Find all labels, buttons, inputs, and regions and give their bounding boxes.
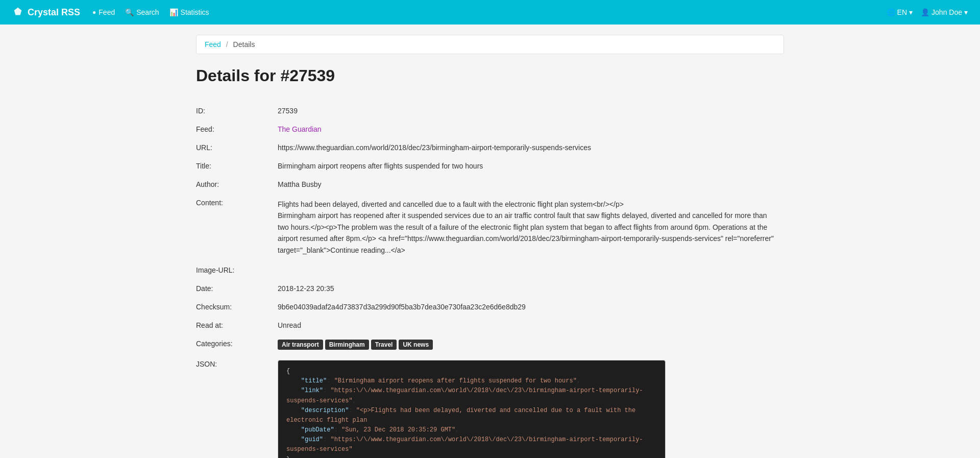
categories-label: Categories: <box>196 334 278 355</box>
checksum-value: 9b6e04039adaf2a4d73837d3a299d90f5ba3b7de… <box>278 298 784 316</box>
user-icon: 👤 <box>921 8 929 16</box>
date-value: 2018-12-23 20:35 <box>278 279 784 298</box>
language-selector[interactable]: 🌐 EN ▾ <box>887 8 913 16</box>
language-label: EN <box>897 8 907 16</box>
details-table: ID: 27539 Feed: The Guardian URL: https:… <box>196 102 784 458</box>
date-label: Date: <box>196 279 278 298</box>
json-box[interactable]: { "title": "Birmingham airport reopens a… <box>278 360 666 458</box>
navbar-left: Crystal RSS ● Feed 🔍 Search 📊 Statistics <box>12 7 209 18</box>
feed-nav-link[interactable]: ● Feed <box>92 8 115 16</box>
read-at-row: Read at: Unread <box>196 316 784 334</box>
language-chevron-icon: ▾ <box>909 8 913 16</box>
brand-name: Crystal RSS <box>28 7 80 18</box>
content-row: Content: Flights had been delayed, diver… <box>196 194 784 261</box>
rss-icon: ● <box>92 9 96 16</box>
content-value: Flights had been delayed, diverted and c… <box>278 194 784 261</box>
category-badge[interactable]: UK news <box>399 340 433 350</box>
id-label: ID: <box>196 102 278 120</box>
feed-label: Feed: <box>196 120 278 138</box>
globe-icon: 🌐 <box>887 8 895 16</box>
crystal-icon <box>12 7 23 18</box>
json-line-description: "description": "<p>Flights had been dela… <box>286 407 635 424</box>
json-line-guid: "guid": "https:\/\/www.theguardian.com\/… <box>286 436 643 453</box>
feed-value: The Guardian <box>278 120 784 138</box>
statistics-nav-label: Statistics <box>181 8 209 16</box>
url-label: URL: <box>196 138 278 157</box>
id-row: ID: 27539 <box>196 102 784 120</box>
date-row: Date: 2018-12-23 20:35 <box>196 279 784 298</box>
statistics-nav-link[interactable]: 📊 Statistics <box>169 8 209 16</box>
search-nav-icon: 🔍 <box>125 8 134 16</box>
json-line-pubdate: "pubDate": "Sun, 23 Dec 2018 20:35:29 GM… <box>286 426 459 433</box>
json-close-brace: } <box>286 456 290 458</box>
json-label: JSON: <box>196 355 278 458</box>
main-container: Feed / Details Details for #27539 ID: 27… <box>184 25 796 458</box>
breadcrumb-separator: / <box>226 40 228 49</box>
breadcrumb-current: Details <box>233 40 255 49</box>
navbar: Crystal RSS ● Feed 🔍 Search 📊 Statistics… <box>0 0 980 25</box>
brand-link[interactable]: Crystal RSS <box>12 7 80 18</box>
json-open-brace: { <box>286 368 290 375</box>
feed-row: Feed: The Guardian <box>196 120 784 138</box>
categories-container: Air transportBirminghamTravelUK news <box>278 340 776 350</box>
json-line-link: "link": "https:\/\/www.theguardian.com\/… <box>286 387 643 404</box>
title-label: Title: <box>196 157 278 175</box>
checksum-label: Checksum: <box>196 298 278 316</box>
json-row: JSON: { "title": "Birmingham airport reo… <box>196 355 784 458</box>
author-row: Author: Mattha Busby <box>196 175 784 194</box>
content-label: Content: <box>196 194 278 261</box>
title-value: Birmingham airport reopens after flights… <box>278 157 784 175</box>
breadcrumb: Feed / Details <box>196 35 784 54</box>
user-name: John Doe <box>932 8 962 16</box>
category-badge[interactable]: Air transport <box>278 340 323 350</box>
category-badge[interactable]: Travel <box>371 340 397 350</box>
image-url-label: Image-URL: <box>196 261 278 279</box>
json-value: { "title": "Birmingham airport reopens a… <box>278 355 784 458</box>
author-value: Mattha Busby <box>278 175 784 194</box>
main-nav: ● Feed 🔍 Search 📊 Statistics <box>92 8 209 16</box>
breadcrumb-feed-link[interactable]: Feed <box>205 40 221 49</box>
categories-row: Categories: Air transportBirminghamTrave… <box>196 334 784 355</box>
feed-link[interactable]: The Guardian <box>278 125 322 133</box>
category-badge[interactable]: Birmingham <box>325 340 369 350</box>
categories-value: Air transportBirminghamTravelUK news <box>278 334 784 355</box>
page-title: Details for #27539 <box>196 66 784 85</box>
title-row: Title: Birmingham airport reopens after … <box>196 157 784 175</box>
id-value: 27539 <box>278 102 784 120</box>
search-nav-link[interactable]: 🔍 Search <box>125 8 159 16</box>
read-at-value: Unread <box>278 316 784 334</box>
feed-nav-label: Feed <box>99 8 115 16</box>
chart-icon: 📊 <box>169 8 178 16</box>
search-nav-label: Search <box>136 8 159 16</box>
author-label: Author: <box>196 175 278 194</box>
checksum-row: Checksum: 9b6e04039adaf2a4d73837d3a299d9… <box>196 298 784 316</box>
user-menu[interactable]: 👤 John Doe ▾ <box>921 8 968 16</box>
navbar-right: 🌐 EN ▾ 👤 John Doe ▾ <box>887 8 968 16</box>
image-url-row: Image-URL: <box>196 261 784 279</box>
json-line-title: "title": "Birmingham airport reopens aft… <box>286 377 580 384</box>
image-url-value <box>278 261 784 279</box>
read-at-label: Read at: <box>196 316 278 334</box>
url-row: URL: https://www.theguardian.com/world/2… <box>196 138 784 157</box>
user-chevron-icon: ▾ <box>964 8 968 16</box>
url-value: https://www.theguardian.com/world/2018/d… <box>278 138 784 157</box>
